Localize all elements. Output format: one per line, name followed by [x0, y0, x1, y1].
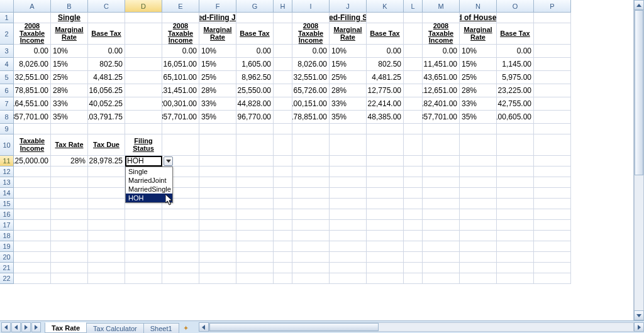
spreadsheet-grid[interactable]: ABCDEFGHIJKLMNOP1SingleMarried-Filing Jo…: [0, 0, 644, 320]
col-header-D[interactable]: D: [125, 0, 162, 13]
col-header: 2008 Taxable Income: [14, 23, 51, 45]
col-header-C[interactable]: C: [88, 0, 125, 13]
col-header-L[interactable]: L: [404, 0, 423, 13]
cell-base: 0.00: [88, 45, 125, 58]
row-header-5[interactable]: 5: [0, 71, 14, 84]
col-header-G[interactable]: G: [236, 0, 274, 13]
col-header-F[interactable]: F: [199, 0, 236, 13]
row-header-3[interactable]: 3: [0, 45, 14, 58]
col-header-M[interactable]: M: [423, 0, 460, 13]
row-header-13[interactable]: 13: [0, 177, 14, 188]
col-header-H[interactable]: H: [274, 0, 292, 13]
cell-income: 182,401.00: [423, 97, 460, 111]
calc-header: Tax Due: [88, 134, 125, 156]
dropdown-button[interactable]: [164, 156, 173, 166]
cell-income: 11,451.00: [423, 58, 460, 71]
cell-income: 0.00: [14, 45, 51, 58]
row-header-8[interactable]: 8: [0, 111, 14, 124]
cell-income: 131,451.00: [162, 84, 199, 97]
horizontal-scrollbar[interactable]: [199, 321, 644, 333]
cell-rate: 33%: [460, 97, 497, 111]
tab-tax-calculator[interactable]: Tax Calculator: [86, 323, 144, 333]
row-header-21[interactable]: 21: [0, 263, 14, 273]
hscroll-track[interactable]: [209, 322, 634, 332]
vertical-scrollbar[interactable]: [633, 0, 644, 320]
vscroll-track[interactable]: [634, 10, 644, 310]
cell-rate: 25%: [330, 71, 367, 84]
col-header-P[interactable]: P: [534, 0, 571, 13]
row-header-4[interactable]: 4: [0, 58, 14, 71]
cell-rate: 25%: [199, 71, 236, 84]
cell-income: 0.00: [423, 45, 460, 58]
row-header-22[interactable]: 22: [0, 273, 14, 284]
row-header-9[interactable]: 9: [0, 124, 14, 134]
hscroll-thumb[interactable]: [209, 323, 379, 331]
cell-income: 0.00: [292, 45, 330, 58]
row-header-16[interactable]: 16: [0, 209, 14, 220]
calc-header: Tax Rate: [51, 134, 88, 156]
cell-base: 0.00: [236, 45, 274, 58]
vscroll-thumb[interactable]: [635, 10, 643, 175]
cell-income: 8,026.00: [292, 58, 330, 71]
calc-cell-taxable_income: 125,000.00: [14, 156, 51, 166]
tab-tax-rate[interactable]: Tax Rate: [45, 322, 87, 333]
row-header-12[interactable]: 12: [0, 166, 14, 177]
row-header-14[interactable]: 14: [0, 188, 14, 199]
calc-header: Filing Status: [125, 134, 162, 156]
scroll-up-button[interactable]: [634, 0, 644, 10]
cell-base: 44,828.00: [236, 97, 274, 111]
tab-sheet1[interactable]: Sheet1: [143, 323, 179, 333]
scroll-right-button[interactable]: [634, 322, 644, 332]
cell-base: 0.00: [497, 45, 534, 58]
row-header-18[interactable]: 18: [0, 231, 14, 241]
row-header-10[interactable]: 10: [0, 134, 14, 156]
col-header-O[interactable]: O: [497, 0, 534, 13]
tab-prev-button[interactable]: [11, 322, 21, 332]
row-header-15[interactable]: 15: [0, 199, 14, 209]
col-header-K[interactable]: K: [367, 0, 404, 13]
col-header-J[interactable]: J: [330, 0, 367, 13]
row-header-17[interactable]: 17: [0, 220, 14, 231]
calc-cell-filing_status[interactable]: HOH: [125, 156, 162, 166]
cell-base: 1,605.00: [236, 58, 274, 71]
select-all-corner[interactable]: [0, 0, 14, 13]
cell-base: 25,550.00: [236, 84, 274, 97]
cell-base: 5,975.00: [497, 71, 534, 84]
insert-sheet-icon[interactable]: ✦: [181, 323, 191, 333]
cell-rate: 10%: [199, 45, 236, 58]
col-header-E[interactable]: E: [162, 0, 199, 13]
cell-rate: 28%: [199, 84, 236, 97]
cell-rate: 25%: [460, 71, 497, 84]
cell-base: 48,385.00: [367, 111, 404, 124]
dropdown-option-single[interactable]: Single: [126, 167, 172, 176]
col-header-A[interactable]: A: [14, 0, 51, 13]
col-header: Marginal Rate: [51, 23, 88, 45]
row-header-19[interactable]: 19: [0, 241, 14, 252]
col-header-N[interactable]: N: [460, 0, 497, 13]
cell-income: 65,101.00: [162, 71, 199, 84]
row-header-6[interactable]: 6: [0, 84, 14, 97]
cell-income: 357,701.00: [162, 111, 199, 124]
dropdown-option-marriedsingle[interactable]: MarriedSingle: [126, 185, 172, 194]
row-header-20[interactable]: 20: [0, 252, 14, 263]
col-header-B[interactable]: B: [51, 0, 88, 13]
col-header: Base Tax: [236, 23, 274, 45]
row-header-11[interactable]: 11: [0, 156, 14, 166]
cell-income: 16,051.00: [162, 58, 199, 71]
tab-last-button[interactable]: [31, 322, 41, 332]
cell-rate: 15%: [330, 58, 367, 71]
cell-rate: 10%: [460, 45, 497, 58]
cell-rate: 28%: [460, 84, 497, 97]
cell-income: 8,026.00: [14, 58, 51, 71]
cell-income: 32,551.00: [14, 71, 51, 84]
cell-income: 164,551.00: [14, 97, 51, 111]
tab-first-button[interactable]: [1, 322, 11, 332]
scroll-left-button[interactable]: [199, 322, 209, 332]
row-header-1[interactable]: 1: [0, 13, 14, 23]
row-header-7[interactable]: 7: [0, 97, 14, 111]
scroll-down-button[interactable]: [634, 310, 644, 320]
row-header-2[interactable]: 2: [0, 23, 14, 45]
dropdown-option-marriedjoint[interactable]: MarriedJoint: [126, 176, 172, 185]
tab-next-button[interactable]: [21, 322, 31, 332]
col-header-I[interactable]: I: [292, 0, 330, 13]
